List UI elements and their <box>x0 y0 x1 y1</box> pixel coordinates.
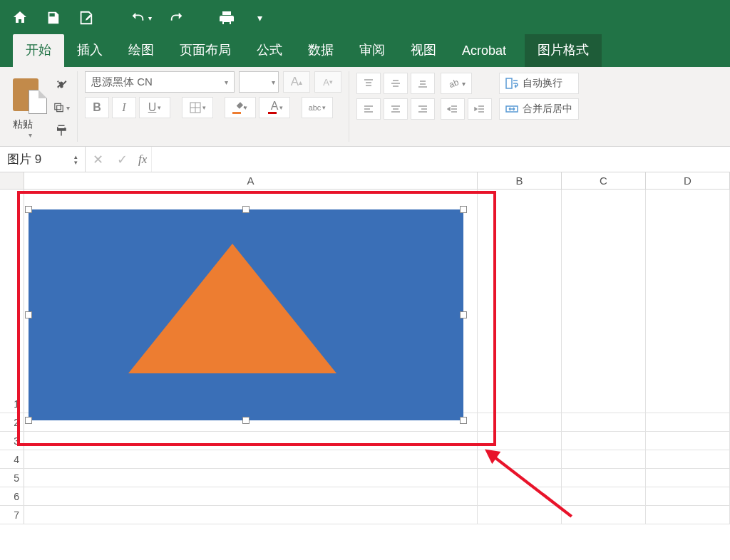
undo-icon[interactable]: ▾ <box>125 8 154 28</box>
row-header-3[interactable]: 3 <box>0 432 24 450</box>
align-left-button[interactable] <box>356 98 381 120</box>
name-box-value: 图片 9 <box>7 151 41 167</box>
row-header-5[interactable]: 5 <box>0 469 24 487</box>
triangle-shape <box>128 244 336 373</box>
formula-input[interactable] <box>151 147 730 172</box>
resize-handle-br[interactable] <box>460 417 467 424</box>
svg-rect-30 <box>506 78 512 88</box>
align-bottom-button[interactable] <box>411 73 435 94</box>
tab-data[interactable]: 数据 <box>295 34 346 67</box>
row-header-4[interactable]: 4 <box>0 450 24 468</box>
formula-bar-row: 图片 9 ▴▾ ✕ ✓ fx <box>0 147 730 172</box>
row-header-2[interactable]: 2 <box>0 413 24 431</box>
select-all-corner[interactable] <box>0 172 24 189</box>
grid-rows: 1 2 3 4 5 6 7 <box>0 190 730 524</box>
font-color-button[interactable]: A ▾ <box>259 97 290 118</box>
resize-handle-tl[interactable] <box>25 206 32 213</box>
ribbon-group-clipboard: 粘贴 ▾ ▾ <box>6 71 78 142</box>
ribbon-group-font: 思源黑体 CN ▾ ▾ A▴ A▾ B I U▾ ▾ ▾ <box>78 71 349 142</box>
qat-overflow-icon[interactable]: ▾ <box>250 8 269 28</box>
col-header-A[interactable]: A <box>24 172 478 189</box>
paste-label: 粘贴 <box>13 118 47 131</box>
increase-indent-button[interactable] <box>468 98 492 120</box>
font-name-selector[interactable]: 思源黑体 CN ▾ <box>85 71 235 93</box>
cell-C1[interactable] <box>562 190 646 413</box>
tab-insert[interactable]: 插入 <box>64 34 115 67</box>
font-name-value: 思源黑体 CN <box>91 76 153 89</box>
borders-button[interactable]: ▾ <box>182 97 213 118</box>
align-right-button[interactable] <box>411 98 435 120</box>
phonetic-guide-button[interactable]: abc▾ <box>302 97 333 118</box>
selected-image-object[interactable] <box>29 209 463 420</box>
orientation-button[interactable]: ab▾ <box>441 73 472 94</box>
cell-D1[interactable] <box>646 190 730 413</box>
ribbon-group-alignment: ab▾ 自动换行 合并后居中 <box>349 71 586 142</box>
quick-access-toolbar: ▾ ▾ <box>0 0 730 36</box>
paste-button[interactable]: 粘贴 ▾ <box>13 71 47 139</box>
decrease-indent-button[interactable] <box>441 98 465 120</box>
tab-review[interactable]: 审阅 <box>346 34 398 67</box>
cancel-edit-icon[interactable]: ✕ <box>86 152 110 167</box>
shrink-font-button[interactable]: A▾ <box>314 71 341 93</box>
wrap-text-button[interactable]: 自动换行 <box>499 73 579 94</box>
tab-picture-format[interactable]: 图片格式 <box>525 34 602 67</box>
tab-home[interactable]: 开始 <box>13 34 64 67</box>
tab-draw[interactable]: 绘图 <box>115 34 167 67</box>
ribbon: 粘贴 ▾ ▾ 思源黑体 CN ▾ <box>0 67 730 147</box>
col-header-D[interactable]: D <box>646 172 730 189</box>
redo-icon[interactable] <box>167 8 187 28</box>
copy-icon[interactable]: ▾ <box>53 100 70 115</box>
row-header-7[interactable]: 7 <box>0 506 24 524</box>
tab-view[interactable]: 视图 <box>398 34 449 67</box>
wrap-text-label: 自动换行 <box>523 77 562 90</box>
align-top-button[interactable] <box>356 73 381 94</box>
save-icon[interactable] <box>43 8 63 28</box>
svg-text:ab: ab <box>448 78 461 89</box>
align-center-button[interactable] <box>384 98 408 120</box>
confirm-edit-icon[interactable]: ✓ <box>110 152 134 167</box>
print-icon[interactable] <box>217 8 237 28</box>
row-header-1[interactable]: 1 <box>0 190 24 413</box>
merge-center-button[interactable]: 合并后居中 <box>499 98 579 120</box>
row-header-6[interactable]: 6 <box>0 487 24 505</box>
worksheet-grid[interactable]: A B C D 1 2 3 4 5 6 7 <box>0 172 730 524</box>
format-painter-icon[interactable] <box>53 123 70 138</box>
fill-color-button[interactable]: ▾ <box>225 97 256 118</box>
bold-button[interactable]: B <box>85 97 109 118</box>
resize-handle-bl[interactable] <box>25 417 32 424</box>
resize-handle-tr[interactable] <box>460 206 467 213</box>
underline-button[interactable]: U▾ <box>139 97 170 118</box>
fx-icon[interactable]: fx <box>134 152 151 167</box>
tab-page-layout[interactable]: 页面布局 <box>167 34 244 67</box>
svg-rect-1 <box>55 103 61 110</box>
cell-B1[interactable] <box>478 190 562 413</box>
resize-handle-mr[interactable] <box>460 311 467 318</box>
svg-rect-0 <box>57 105 63 112</box>
grow-font-button[interactable]: A▴ <box>283 71 310 93</box>
resize-handle-tm[interactable] <box>242 206 250 213</box>
resize-handle-ml[interactable] <box>25 311 32 318</box>
col-header-B[interactable]: B <box>478 172 562 189</box>
font-size-selector[interactable]: ▾ <box>239 71 279 93</box>
home-icon[interactable] <box>10 8 30 28</box>
ribbon-tabs: 开始 插入 绘图 页面布局 公式 数据 审阅 视图 Acrobat 图片格式 <box>0 36 730 67</box>
column-headers: A B C D <box>0 172 730 190</box>
name-box[interactable]: 图片 9 ▴▾ <box>0 147 86 172</box>
tab-formulas[interactable]: 公式 <box>244 34 295 67</box>
resize-handle-bm[interactable] <box>242 417 250 424</box>
italic-button[interactable]: I <box>112 97 136 118</box>
merge-center-label: 合并后居中 <box>523 103 572 115</box>
save-edit-icon[interactable] <box>76 8 96 28</box>
tab-acrobat[interactable]: Acrobat <box>449 36 519 67</box>
align-middle-button[interactable] <box>384 73 408 94</box>
cut-icon[interactable] <box>53 77 70 93</box>
col-header-C[interactable]: C <box>562 172 646 189</box>
